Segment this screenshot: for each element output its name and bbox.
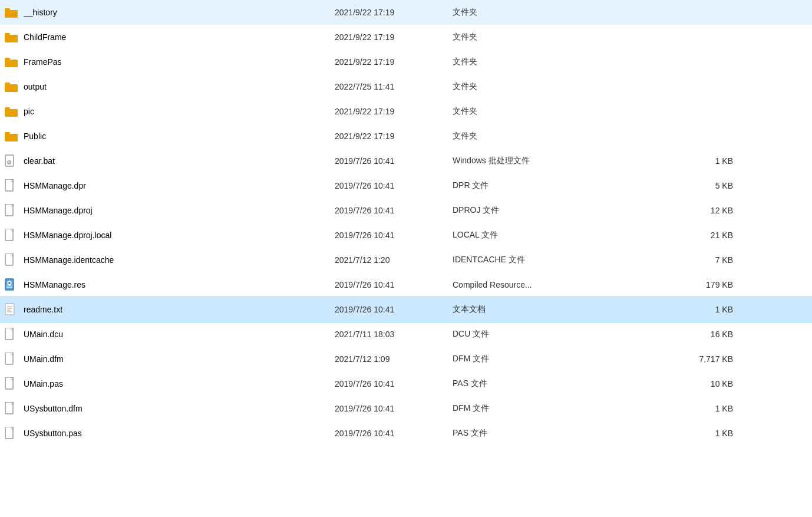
file-date: 2021/7/12 1:20 — [335, 255, 453, 265]
file-name-label: clear.bat — [24, 156, 55, 166]
file-icon — [5, 31, 19, 43]
file-date: 2021/9/22 17:19 — [335, 32, 453, 42]
svg-rect-11 — [5, 134, 18, 141]
file-name-cell: FramePas — [5, 56, 335, 68]
file-icon — [5, 402, 19, 415]
file-size: 12 KB — [676, 206, 747, 215]
table-row[interactable]: FramePas2021/9/22 17:19文件夹 — [0, 50, 812, 74]
file-type: Compiled Resource... — [453, 280, 676, 289]
file-name-label: USysbutton.pas — [24, 429, 82, 438]
table-row[interactable]: UMain.dfm2021/7/12 1:09DFM 文件7,717 KB — [0, 347, 812, 371]
table-row[interactable]: USysbutton.dfm2019/7/26 10:41DFM 文件1 KB — [0, 396, 812, 421]
file-icon — [5, 229, 19, 242]
file-date: 2019/7/26 10:41 — [335, 280, 453, 289]
file-size: 7 KB — [676, 255, 747, 265]
svg-rect-7 — [5, 84, 18, 92]
file-type: DPR 文件 — [453, 180, 676, 191]
file-size: 179 KB — [676, 280, 747, 289]
file-name-cell: UMain.pas — [5, 377, 335, 390]
file-size: 1 KB — [676, 156, 747, 166]
file-size: 21 KB — [676, 230, 747, 240]
file-type: 文件夹 — [453, 106, 676, 117]
file-name-cell: Public — [5, 130, 335, 142]
svg-text:⚙: ⚙ — [6, 159, 12, 166]
file-name-label: HSMManage.res — [24, 280, 85, 289]
file-icon — [5, 427, 19, 440]
table-row[interactable]: HSMManage.dproj.local2019/7/26 10:41LOCA… — [0, 223, 812, 248]
file-size: 1 KB — [676, 305, 747, 314]
file-date: 2021/9/22 17:19 — [335, 8, 453, 17]
file-name-label: readme.txt — [24, 305, 62, 314]
file-name-cell: USysbutton.pas — [5, 427, 335, 440]
table-row[interactable]: HSMManage.identcache2021/7/12 1:20IDENTC… — [0, 248, 812, 272]
file-name-label: FramePas — [24, 57, 62, 67]
file-date: 2019/7/26 10:41 — [335, 181, 453, 190]
file-name-label: HSMManage.dpr — [24, 181, 86, 190]
file-icon — [5, 81, 19, 93]
file-name-label: HSMManage.identcache — [24, 255, 114, 265]
file-name-cell: HSMManage.res — [5, 278, 335, 291]
svg-rect-3 — [5, 35, 18, 42]
file-icon: ⚙ — [5, 154, 19, 167]
table-row[interactable]: HSMManage.dpr2019/7/26 10:41DPR 文件5 KB — [0, 173, 812, 198]
svg-rect-30 — [5, 304, 14, 315]
file-name-cell: UMain.dcu — [5, 328, 335, 341]
file-type: DCU 文件 — [453, 329, 676, 340]
file-type: 文件夹 — [453, 81, 676, 92]
file-date: 2019/7/26 10:41 — [335, 404, 453, 413]
table-row[interactable]: UMain.dcu2021/7/11 18:03DCU 文件16 KB — [0, 322, 812, 347]
file-list: __history2021/9/22 17:19文件夹ChildFrame202… — [0, 0, 812, 446]
file-icon — [5, 377, 19, 390]
file-name-label: HSMManage.dproj — [24, 206, 93, 215]
table-row[interactable]: UMain.pas2019/7/26 10:41PAS 文件10 KB — [0, 371, 812, 396]
file-type: 文件夹 — [453, 131, 676, 141]
table-row[interactable]: HSMManage.res2019/7/26 10:41Compiled Res… — [0, 272, 812, 297]
file-name-label: ChildFrame — [24, 32, 66, 42]
table-row[interactable]: output2022/7/25 11:41文件夹 — [0, 74, 812, 99]
table-row[interactable]: USysbutton.pas2019/7/26 10:41PAS 文件1 KB — [0, 421, 812, 446]
file-name-cell: ⚙clear.bat — [5, 154, 335, 167]
file-name-cell: HSMManage.dpr — [5, 179, 335, 192]
file-type: DFM 文件 — [453, 354, 676, 364]
file-icon — [5, 353, 19, 365]
table-row[interactable]: ChildFrame2021/9/22 17:19文件夹 — [0, 25, 812, 50]
file-date: 2019/7/26 10:41 — [335, 206, 453, 215]
file-type: 文件夹 — [453, 32, 676, 42]
svg-rect-9 — [5, 109, 18, 117]
file-date: 2021/9/22 17:19 — [335, 57, 453, 67]
file-type: 文件夹 — [453, 7, 676, 18]
file-date: 2019/7/26 10:41 — [335, 156, 453, 166]
file-date: 2019/7/26 10:41 — [335, 429, 453, 438]
table-row[interactable]: Public2021/9/22 17:19文件夹 — [0, 124, 812, 149]
file-icon — [5, 6, 19, 18]
file-name-label: Public — [24, 131, 46, 141]
file-type: IDENTCACHE 文件 — [453, 255, 676, 265]
file-name-label: UMain.dfm — [24, 354, 64, 364]
file-icon — [5, 328, 19, 341]
file-type: DPROJ 文件 — [453, 205, 676, 216]
file-icon — [5, 56, 19, 68]
file-name-label: USysbutton.dfm — [24, 404, 82, 413]
file-name-cell: output — [5, 81, 335, 93]
file-name-cell: readme.txt — [5, 303, 335, 316]
file-date: 2021/9/22 17:19 — [335, 107, 453, 116]
file-size: 5 KB — [676, 181, 747, 190]
file-name-label: UMain.dcu — [24, 330, 63, 339]
file-date: 2019/7/26 10:41 — [335, 230, 453, 240]
file-type: PAS 文件 — [453, 428, 676, 439]
table-row[interactable]: ⚙clear.bat2019/7/26 10:41Windows 批处理文件1 … — [0, 149, 812, 173]
file-type: PAS 文件 — [453, 378, 676, 389]
file-name-cell: UMain.dfm — [5, 353, 335, 365]
file-name-cell: __history — [5, 6, 335, 18]
file-name-label: UMain.pas — [24, 379, 63, 388]
file-size: 10 KB — [676, 379, 747, 388]
table-row[interactable]: readme.txt2019/7/26 10:41文本文档1 KB — [0, 297, 812, 322]
table-row[interactable]: pic2021/9/22 17:19文件夹 — [0, 99, 812, 124]
file-date: 2021/9/22 17:19 — [335, 131, 453, 141]
file-date: 2021/7/11 18:03 — [335, 330, 453, 339]
file-name-cell: ChildFrame — [5, 31, 335, 43]
table-row[interactable]: __history2021/9/22 17:19文件夹 — [0, 0, 812, 25]
file-name-cell: HSMManage.dproj.local — [5, 229, 335, 242]
file-name-cell: USysbutton.dfm — [5, 402, 335, 415]
table-row[interactable]: HSMManage.dproj2019/7/26 10:41DPROJ 文件12… — [0, 198, 812, 223]
